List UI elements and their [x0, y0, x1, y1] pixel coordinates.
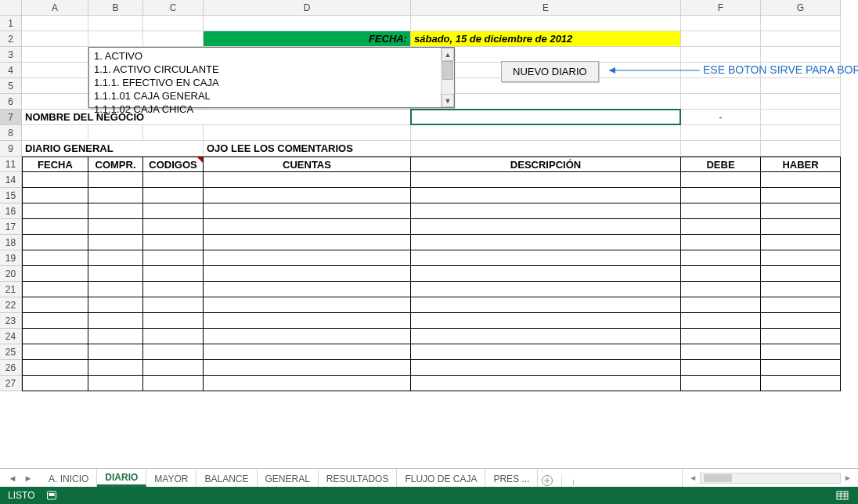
- scroll-down-icon[interactable]: ▼: [442, 94, 454, 107]
- cell[interactable]: [761, 329, 841, 344]
- row-header-21[interactable]: 21: [0, 282, 22, 297]
- cell[interactable]: [761, 344, 841, 360]
- cell-D8[interactable]: [204, 125, 411, 141]
- list-item[interactable]: 1.1.1.02 CAJA CHICA: [89, 103, 441, 116]
- row-header-7[interactable]: 7: [0, 110, 22, 125]
- cell[interactable]: [143, 235, 204, 250]
- cell-A5[interactable]: [22, 78, 88, 94]
- cell[interactable]: [761, 313, 841, 329]
- col-header-E[interactable]: E: [411, 0, 681, 16]
- select-all-corner[interactable]: [0, 0, 22, 16]
- cell[interactable]: [88, 266, 143, 282]
- cell-B8[interactable]: [88, 125, 143, 141]
- cell[interactable]: [761, 219, 841, 235]
- row-header-20[interactable]: 20: [0, 266, 22, 282]
- cell[interactable]: [143, 313, 204, 329]
- cell-G6[interactable]: [761, 94, 841, 110]
- cell[interactable]: [411, 282, 681, 297]
- cell[interactable]: [88, 329, 143, 344]
- list-item[interactable]: 1.1.1.01 CAJA GENERAL: [89, 89, 441, 103]
- header-debe[interactable]: DEBE: [681, 157, 761, 172]
- cell-F9[interactable]: [681, 141, 761, 157]
- cell[interactable]: [22, 172, 88, 188]
- header-descripcion[interactable]: DESCRIPCIÓN: [411, 157, 681, 172]
- cell[interactable]: [22, 235, 88, 250]
- comment-indicator-icon[interactable]: [197, 157, 203, 163]
- cell[interactable]: [204, 313, 411, 329]
- cell[interactable]: [761, 297, 841, 313]
- tab-general[interactable]: GENERAL: [258, 469, 319, 487]
- cell-E2-fecha-value[interactable]: sábado, 15 de diciembre de 2012: [411, 31, 681, 47]
- cell-C8[interactable]: [143, 125, 204, 141]
- cell[interactable]: [88, 172, 143, 188]
- cell[interactable]: [681, 329, 761, 344]
- row-header-4[interactable]: 4: [0, 63, 22, 78]
- cell[interactable]: [411, 360, 681, 376]
- cell[interactable]: [681, 235, 761, 250]
- cell[interactable]: [22, 250, 88, 266]
- cell[interactable]: [204, 219, 411, 235]
- header-cuentas[interactable]: CUENTAS: [204, 157, 411, 172]
- cell[interactable]: [88, 219, 143, 235]
- cell-G9[interactable]: [761, 141, 841, 157]
- cell-D1[interactable]: [204, 16, 411, 31]
- cell[interactable]: [143, 297, 204, 313]
- cell[interactable]: [88, 250, 143, 266]
- cell[interactable]: [143, 282, 204, 297]
- cell[interactable]: [411, 266, 681, 282]
- cell[interactable]: [411, 203, 681, 219]
- cell-F5[interactable]: [681, 78, 761, 94]
- tab-a-inicio[interactable]: A. INICIO: [41, 469, 97, 487]
- row-header-16[interactable]: 16: [0, 203, 22, 219]
- cell[interactable]: [204, 203, 411, 219]
- cell-F8[interactable]: [681, 125, 761, 141]
- cell-D2-fecha-label[interactable]: FECHA:: [204, 31, 411, 47]
- cell[interactable]: [22, 329, 88, 344]
- cell[interactable]: [204, 250, 411, 266]
- cell[interactable]: [761, 266, 841, 282]
- cell-A4[interactable]: [22, 63, 88, 78]
- cell[interactable]: [22, 219, 88, 235]
- listbox-scrollbar[interactable]: ▲ ▼: [441, 48, 454, 107]
- cell[interactable]: [681, 344, 761, 360]
- cell[interactable]: [88, 188, 143, 203]
- cell-B1[interactable]: [88, 16, 143, 31]
- cell[interactable]: [22, 376, 88, 391]
- cell[interactable]: [22, 266, 88, 282]
- cell-F2[interactable]: [681, 31, 761, 47]
- row-header-5[interactable]: 5: [0, 78, 22, 94]
- cell[interactable]: [761, 360, 841, 376]
- cell-G1[interactable]: [761, 16, 841, 31]
- row-header-26[interactable]: 26: [0, 360, 22, 376]
- cell-E9[interactable]: [411, 141, 681, 157]
- cell[interactable]: [681, 313, 761, 329]
- row-header-9[interactable]: 9: [0, 141, 22, 157]
- list-item[interactable]: 1.1. ACTIVO CIRCULANTE: [89, 63, 441, 76]
- cell[interactable]: [204, 172, 411, 188]
- cell-F3[interactable]: [681, 47, 761, 63]
- cell[interactable]: [204, 282, 411, 297]
- cell[interactable]: [411, 376, 681, 391]
- col-header-B[interactable]: B: [88, 0, 143, 16]
- cell-A8[interactable]: [22, 125, 88, 141]
- cell[interactable]: [681, 297, 761, 313]
- cell-G3[interactable]: [761, 47, 841, 63]
- cell-F1[interactable]: [681, 16, 761, 31]
- cell[interactable]: [88, 376, 143, 391]
- header-codigos[interactable]: CODIGOS: [143, 157, 204, 172]
- cell-G7[interactable]: [761, 110, 841, 125]
- row-header-2[interactable]: 2: [0, 31, 22, 47]
- cell[interactable]: [22, 360, 88, 376]
- tab-pres[interactable]: PRES ...: [485, 469, 538, 487]
- cell[interactable]: [88, 313, 143, 329]
- cell[interactable]: [411, 172, 681, 188]
- row-header-11[interactable]: 11: [0, 157, 22, 172]
- accounts-listbox[interactable]: 1. ACTIVO 1.1. ACTIVO CIRCULANTE 1.1.1. …: [88, 47, 455, 108]
- row-header-15[interactable]: 15: [0, 188, 22, 203]
- cell[interactable]: [143, 250, 204, 266]
- scroll-up-icon[interactable]: ▲: [442, 48, 454, 61]
- cell[interactable]: [761, 203, 841, 219]
- macro-record-icon[interactable]: [44, 489, 59, 502]
- cell-G5[interactable]: [761, 78, 841, 94]
- cell-D9-ojo-lee[interactable]: OJO LEE LOS COMENTARIOS: [204, 141, 411, 157]
